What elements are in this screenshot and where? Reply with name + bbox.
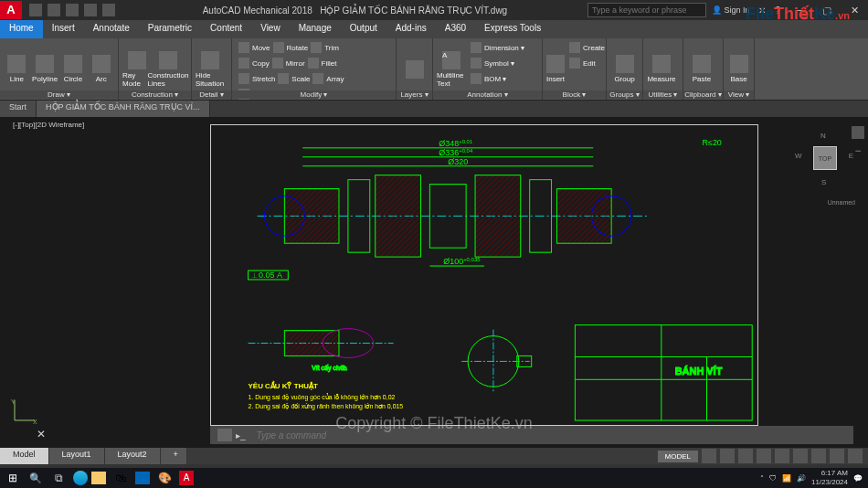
- stretch-button[interactable]: Stretch Scale Array: [236, 71, 392, 86]
- copy-button[interactable]: Copy Mirror Fillet: [236, 56, 392, 70]
- taskview-icon[interactable]: ⧉: [48, 470, 69, 486]
- tab-addins[interactable]: Add-ins: [386, 20, 436, 38]
- tab-annotate[interactable]: Annotate: [84, 20, 139, 38]
- layout-tab-add[interactable]: +: [161, 448, 187, 464]
- file-tab-start[interactable]: Start: [0, 101, 37, 117]
- layers-button[interactable]: [400, 40, 429, 98]
- group-draw[interactable]: Draw ▾: [0, 90, 118, 99]
- app-logo[interactable]: A: [0, 1, 22, 19]
- base-view-button[interactable]: Base: [727, 40, 750, 98]
- tab-a360[interactable]: A360: [436, 20, 475, 38]
- edge-icon[interactable]: [73, 471, 88, 485]
- group-annotation[interactable]: Annotation ▾: [433, 90, 542, 99]
- group-button[interactable]: Group: [610, 40, 639, 98]
- svg-text:BÁNH VÍT: BÁNH VÍT: [675, 366, 723, 377]
- tab-insert[interactable]: Insert: [43, 20, 84, 38]
- print-icon[interactable]: [102, 4, 115, 16]
- group-view[interactable]: View ▾: [724, 90, 754, 99]
- symbol-button[interactable]: Symbol ▾: [468, 56, 527, 70]
- nav-home-icon[interactable]: [852, 126, 864, 139]
- status-workspace-icon[interactable]: [830, 449, 844, 463]
- file-tabs: Start HỘP GIẢM TỐC BÁNH RĂNG TRỤC VÍ...: [0, 101, 868, 117]
- cube-label: Unnamed: [828, 199, 855, 206]
- tab-manage[interactable]: Manage: [290, 20, 341, 38]
- taskbar-clock[interactable]: 6:17 AM 11/23/2024: [811, 469, 848, 487]
- save-icon[interactable]: [48, 4, 60, 16]
- undo-icon[interactable]: [66, 4, 79, 16]
- polyline-button[interactable]: Polyline: [32, 40, 58, 98]
- svg-text:Ø336+0,04: Ø336+0,04: [439, 148, 473, 157]
- start-button[interactable]: ⊞: [0, 472, 26, 484]
- notification-icon[interactable]: 💬: [853, 474, 863, 483]
- dimension-button[interactable]: Dimension ▾: [468, 40, 527, 55]
- measure-button[interactable]: Measure: [647, 40, 676, 98]
- mirror-icon: [272, 58, 283, 69]
- tab-home[interactable]: Home: [0, 20, 43, 38]
- circle-button[interactable]: Circle: [60, 40, 87, 98]
- tab-view[interactable]: View: [251, 20, 290, 38]
- tab-content[interactable]: Content: [201, 20, 251, 38]
- tab-express[interactable]: Express Tools: [475, 20, 550, 38]
- autocad-taskbar-icon[interactable]: A: [179, 471, 194, 485]
- group-modify[interactable]: Modify ▾: [232, 90, 396, 99]
- bom-button[interactable]: BOM ▾: [468, 71, 527, 86]
- store-icon[interactable]: 🛍: [110, 470, 132, 486]
- line-button[interactable]: Line: [4, 40, 30, 98]
- svg-text:X: X: [33, 419, 37, 424]
- move-icon: [238, 42, 249, 53]
- raymode-button[interactable]: Ray Mode: [122, 40, 152, 98]
- layout-tab-model[interactable]: Model: [0, 448, 49, 464]
- viewport-label[interactable]: [-][Top][2D Wireframe]: [13, 121, 84, 129]
- tray-shield-icon[interactable]: 🛡: [769, 474, 777, 483]
- layout-tab-1[interactable]: Layout1: [49, 448, 105, 464]
- tray-chevron-icon[interactable]: ˄: [760, 474, 764, 483]
- group-block[interactable]: Block ▾: [543, 90, 606, 99]
- tray-volume-icon[interactable]: 🔊: [797, 474, 806, 483]
- symbol-icon: [471, 58, 482, 69]
- tab-parametric[interactable]: Parametric: [139, 20, 201, 38]
- status-lwt-icon[interactable]: [793, 449, 808, 463]
- status-polar-icon[interactable]: [757, 449, 771, 463]
- paint-icon[interactable]: 🎨: [153, 470, 175, 486]
- tab-output[interactable]: Output: [341, 20, 386, 38]
- group-clipboard[interactable]: Clipboard ▾: [683, 90, 723, 99]
- drawing-canvas[interactable]: [-][Top][2D Wireframe]: [0, 117, 868, 448]
- taskbar-search-icon[interactable]: 🔍: [26, 472, 46, 484]
- svg-rect-32: [575, 325, 752, 420]
- status-grid-icon[interactable]: [702, 449, 716, 463]
- group-construction[interactable]: Construction ▾: [119, 90, 191, 99]
- layout-tab-2[interactable]: Layout2: [105, 448, 161, 464]
- svg-text:Ø320: Ø320: [448, 157, 468, 166]
- status-cleanscreen-icon[interactable]: [848, 449, 863, 463]
- hide-situation-button[interactable]: Hide Situation: [196, 40, 225, 98]
- status-osnap-icon[interactable]: [775, 449, 789, 463]
- tray-wifi-icon[interactable]: 📶: [782, 474, 791, 483]
- help-search-input[interactable]: [587, 3, 706, 17]
- group-layers[interactable]: Layers ▾: [397, 90, 432, 99]
- edit-block-button[interactable]: Edit: [566, 56, 608, 70]
- group-detail[interactable]: Detail ▾: [192, 90, 231, 99]
- status-anno-icon[interactable]: [811, 449, 826, 463]
- cube-top-face[interactable]: TOP: [813, 146, 837, 170]
- create-block-button[interactable]: Create: [566, 40, 608, 55]
- move-button[interactable]: Move Rotate Trim: [236, 40, 392, 55]
- mail-icon[interactable]: [135, 472, 150, 484]
- group-groups[interactable]: Groups ▾: [607, 90, 642, 99]
- open-icon[interactable]: [29, 4, 42, 16]
- nav-minus-icon[interactable]: −: [852, 144, 864, 157]
- status-model-badge[interactable]: MODEL: [658, 451, 698, 462]
- constlines-button[interactable]: Construction Lines: [153, 40, 183, 98]
- explorer-icon[interactable]: [91, 472, 106, 484]
- group-utilities[interactable]: Utilities ▾: [643, 90, 683, 99]
- paste-button[interactable]: Paste: [687, 40, 716, 98]
- view-cube[interactable]: N E S W TOP: [802, 135, 848, 181]
- canvas-close[interactable]: ✕: [37, 428, 46, 440]
- redo-icon[interactable]: [84, 4, 97, 16]
- mtext-button[interactable]: AMultiline Text: [437, 40, 466, 98]
- signin-link[interactable]: 👤 Sign In: [712, 5, 750, 15]
- insert-button[interactable]: Insert: [546, 40, 565, 98]
- status-ortho-icon[interactable]: [738, 449, 753, 463]
- arc-button[interactable]: Arc: [88, 40, 114, 98]
- status-snap-icon[interactable]: [720, 449, 735, 463]
- file-tab-current[interactable]: HỘP GIẢM TỐC BÁNH RĂNG TRỤC VÍ...: [37, 101, 210, 117]
